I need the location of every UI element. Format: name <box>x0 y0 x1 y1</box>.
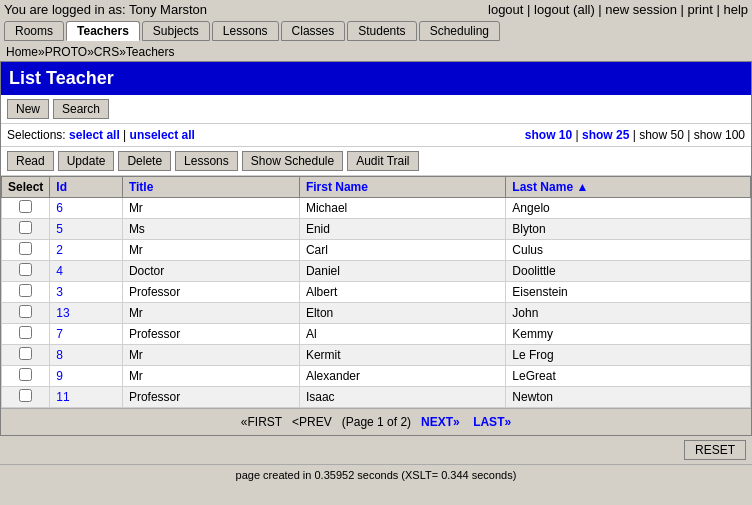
row-checkbox[interactable] <box>19 263 32 276</box>
row-checkbox[interactable] <box>19 284 32 297</box>
update-button[interactable]: Update <box>58 151 115 171</box>
tab-scheduling[interactable]: Scheduling <box>419 21 500 41</box>
row-id[interactable]: 3 <box>50 282 123 303</box>
row-id[interactable]: 2 <box>50 240 123 261</box>
footer-text: page created in 0.35952 seconds (XSLT= 0… <box>236 469 517 481</box>
col-id-link[interactable]: Id <box>56 180 67 194</box>
selections-bar: Selections: select all | unselect all sh… <box>1 124 751 147</box>
logout-all-link[interactable]: logout (all) <box>534 2 595 17</box>
row-id[interactable]: 11 <box>50 387 123 408</box>
row-id[interactable]: 5 <box>50 219 123 240</box>
table-row: 11ProfessorIsaacNewton <box>2 387 751 408</box>
first-link-text[interactable]: «FIRST <box>241 415 282 429</box>
row-title: Mr <box>122 366 299 387</box>
row-checkbox-cell <box>2 387 50 408</box>
show-100-text: show 100 <box>694 128 745 142</box>
row-id[interactable]: 4 <box>50 261 123 282</box>
row-id[interactable]: 9 <box>50 366 123 387</box>
selections-left: Selections: select all | unselect all <box>7 128 195 142</box>
show-25-link[interactable]: show 25 <box>582 128 629 142</box>
top-links: logout | logout (all) | new session | pr… <box>488 2 748 17</box>
prev-link-text[interactable]: <PREV <box>292 415 332 429</box>
col-first-name[interactable]: First Name <box>299 177 505 198</box>
unselect-all-link[interactable]: unselect all <box>130 128 195 142</box>
col-title-link[interactable]: Title <box>129 180 153 194</box>
row-title: Ms <box>122 219 299 240</box>
table-row: 9MrAlexanderLeGreat <box>2 366 751 387</box>
row-first-name: Alexander <box>299 366 505 387</box>
col-id[interactable]: Id <box>50 177 123 198</box>
delete-button[interactable]: Delete <box>118 151 171 171</box>
tab-subjects[interactable]: Subjects <box>142 21 210 41</box>
row-first-name: Michael <box>299 198 505 219</box>
reset-button[interactable]: RESET <box>684 440 746 460</box>
logged-in-text: You are logged in as: Tony Marston <box>4 2 207 17</box>
row-first-name: Isaac <box>299 387 505 408</box>
pagination: «FIRST <PREV (Page 1 of 2) NEXT» LAST» <box>1 408 751 435</box>
table-body: 6MrMichaelAngelo5MsEnidBlyton2MrCarlCulu… <box>2 198 751 408</box>
row-id[interactable]: 6 <box>50 198 123 219</box>
show-10-link[interactable]: show 10 <box>525 128 572 142</box>
audit-trail-button[interactable]: Audit Trail <box>347 151 418 171</box>
row-checkbox-cell <box>2 366 50 387</box>
row-last-name: John <box>506 303 751 324</box>
row-last-name: Angelo <box>506 198 751 219</box>
row-id[interactable]: 8 <box>50 345 123 366</box>
col-last-name[interactable]: Last Name ▲ <box>506 177 751 198</box>
row-title: Mr <box>122 345 299 366</box>
next-link[interactable]: NEXT» <box>421 415 460 429</box>
show-50-text: show 50 <box>639 128 684 142</box>
row-checkbox[interactable] <box>19 368 32 381</box>
row-first-name: Kermit <box>299 345 505 366</box>
row-title: Professor <box>122 387 299 408</box>
col-last-name-link[interactable]: Last Name ▲ <box>512 180 588 194</box>
tab-students[interactable]: Students <box>347 21 416 41</box>
row-checkbox[interactable] <box>19 242 32 255</box>
toolbar: New Search <box>1 95 751 124</box>
row-checkbox[interactable] <box>19 347 32 360</box>
table-row: 13MrEltonJohn <box>2 303 751 324</box>
row-first-name: Carl <box>299 240 505 261</box>
tab-classes[interactable]: Classes <box>281 21 346 41</box>
row-checkbox[interactable] <box>19 305 32 318</box>
row-last-name: Culus <box>506 240 751 261</box>
new-button[interactable]: New <box>7 99 49 119</box>
row-last-name: Newton <box>506 387 751 408</box>
row-first-name: Enid <box>299 219 505 240</box>
lessons-button[interactable]: Lessons <box>175 151 238 171</box>
row-title: Mr <box>122 198 299 219</box>
row-checkbox[interactable] <box>19 200 32 213</box>
read-button[interactable]: Read <box>7 151 54 171</box>
row-last-name: Kemmy <box>506 324 751 345</box>
logout-link[interactable]: logout <box>488 2 523 17</box>
last-link[interactable]: LAST» <box>473 415 511 429</box>
print-link[interactable]: print <box>688 2 713 17</box>
selections-label: Selections: <box>7 128 66 142</box>
breadcrumb: Home»PROTO»CRS»Teachers <box>0 43 752 61</box>
col-select: Select <box>2 177 50 198</box>
row-title: Professor <box>122 324 299 345</box>
tab-rooms[interactable]: Rooms <box>4 21 64 41</box>
row-checkbox[interactable] <box>19 326 32 339</box>
footer: page created in 0.35952 seconds (XSLT= 0… <box>0 464 752 485</box>
reset-bar: RESET <box>0 436 752 464</box>
data-table: Select Id Title First Name Last Name ▲ 6… <box>1 176 751 408</box>
row-id[interactable]: 7 <box>50 324 123 345</box>
col-title[interactable]: Title <box>122 177 299 198</box>
show-schedule-button[interactable]: Show Schedule <box>242 151 343 171</box>
row-checkbox[interactable] <box>19 221 32 234</box>
col-first-name-link[interactable]: First Name <box>306 180 368 194</box>
new-session-link[interactable]: new session <box>605 2 677 17</box>
help-link[interactable]: help <box>723 2 748 17</box>
nav-tabs: Rooms Teachers Subjects Lessons Classes … <box>0 19 752 43</box>
row-first-name: Al <box>299 324 505 345</box>
select-all-link[interactable]: select all <box>69 128 120 142</box>
row-last-name: Le Frog <box>506 345 751 366</box>
row-checkbox[interactable] <box>19 389 32 402</box>
row-title: Mr <box>122 303 299 324</box>
search-button[interactable]: Search <box>53 99 109 119</box>
row-id[interactable]: 13 <box>50 303 123 324</box>
tab-lessons[interactable]: Lessons <box>212 21 279 41</box>
tab-teachers[interactable]: Teachers <box>66 21 140 41</box>
row-checkbox-cell <box>2 198 50 219</box>
